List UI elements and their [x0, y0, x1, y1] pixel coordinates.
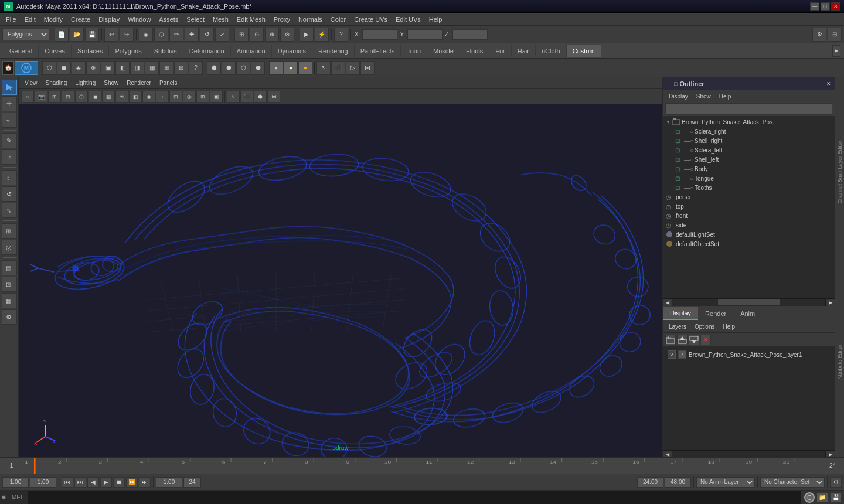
- vp-xray[interactable]: ⊞: [196, 91, 209, 103]
- vp-lighting2[interactable]: ☀: [115, 91, 128, 103]
- outliner-search[interactable]: [665, 103, 832, 115]
- tb-lasso[interactable]: ⬡: [154, 28, 168, 42]
- vp-grid1[interactable]: ⊞: [48, 91, 61, 103]
- ch-scroll-left[interactable]: ◀: [663, 451, 672, 457]
- tab-scroll-right[interactable]: ▶: [832, 45, 840, 57]
- tree-expand-icon[interactable]: ▼: [665, 119, 671, 125]
- tb-redo[interactable]: ↪: [120, 28, 134, 42]
- vp-shaded[interactable]: ◼: [89, 91, 101, 103]
- shelf-btn2[interactable]: ◼: [57, 61, 71, 75]
- vp-isolate[interactable]: ◎: [183, 91, 196, 103]
- shelf-btn14[interactable]: ⬡: [236, 61, 250, 75]
- tab-subdivs[interactable]: Subdivs: [148, 45, 183, 57]
- vp-shadows[interactable]: ◧: [129, 91, 142, 103]
- attribute-editor-tab[interactable]: Attribute Editor: [835, 267, 844, 457]
- y-coord-input[interactable]: [407, 29, 443, 40]
- channel-scrollbar[interactable]: ◀ ▶: [663, 450, 835, 457]
- current-frame-input[interactable]: [30, 477, 56, 488]
- tb-move[interactable]: ✚: [185, 28, 199, 42]
- tab-curves[interactable]: Curves: [39, 45, 72, 57]
- menu-display[interactable]: Display: [95, 15, 123, 24]
- tree-item-defaultlightset[interactable]: defaultLightSet: [663, 230, 835, 239]
- tool-render2[interactable]: ▦: [2, 293, 17, 308]
- layer-item[interactable]: V / Brown_Python_Snake_Attack_Pose_layer…: [665, 349, 832, 360]
- anim-prefs-btn[interactable]: ⚙: [830, 477, 842, 488]
- tb-help[interactable]: ?: [334, 28, 348, 42]
- scroll-left-btn[interactable]: ◀: [663, 299, 672, 306]
- shelf-connect[interactable]: ⋈: [360, 61, 375, 75]
- menu-assets[interactable]: Assets: [155, 15, 182, 24]
- scrollbar-track[interactable]: [672, 299, 825, 305]
- menu-select[interactable]: Select: [183, 15, 208, 24]
- z-coord-input[interactable]: [452, 29, 488, 40]
- shelf-light1[interactable]: ●: [269, 61, 283, 75]
- play-to-end[interactable]: ⏭: [139, 477, 151, 488]
- tree-item-front[interactable]: ◷ front: [663, 211, 835, 220]
- ch-menu-layers[interactable]: Layers: [665, 322, 690, 331]
- tb-snap-point[interactable]: ⊕: [265, 28, 279, 42]
- tb-new[interactable]: 📄: [55, 28, 69, 42]
- tool-uvs[interactable]: ⊡: [2, 277, 17, 292]
- tb-select[interactable]: ◈: [139, 28, 153, 42]
- tool-lasso[interactable]: ⌖: [2, 113, 17, 128]
- menu-mesh[interactable]: Mesh: [209, 15, 232, 24]
- tab-muscle[interactable]: Muscle: [427, 45, 460, 57]
- ch-scroll-track[interactable]: [672, 451, 825, 457]
- tool-settings[interactable]: ⚙: [2, 309, 17, 325]
- vp-grid2[interactable]: ⊟: [62, 91, 74, 103]
- ch-menu-help[interactable]: Help: [719, 322, 738, 331]
- tb-save[interactable]: 💾: [85, 28, 99, 42]
- ch-tab-render[interactable]: Render: [698, 308, 733, 319]
- menu-edit-mesh[interactable]: Edit Mesh: [233, 15, 269, 24]
- tb-render[interactable]: ▶: [300, 28, 314, 42]
- tab-animation[interactable]: Animation: [231, 45, 272, 57]
- tab-polygons[interactable]: Polygons: [109, 45, 148, 57]
- play-forward[interactable]: ▶: [100, 477, 112, 488]
- vp-cam2[interactable]: ⬢: [254, 91, 267, 103]
- tab-rendering[interactable]: Rendering: [312, 45, 355, 57]
- ch-btn-new-layer[interactable]: [665, 335, 676, 345]
- shelf-btn6[interactable]: ◧: [115, 61, 130, 75]
- outliner-float[interactable]: □: [674, 81, 677, 87]
- ch-scroll-right[interactable]: ▶: [825, 451, 835, 457]
- channel-box-tab[interactable]: Channel Box / Layer Editor: [835, 77, 844, 267]
- tb-snap-view[interactable]: ⊗: [280, 28, 294, 42]
- shelf-btn1[interactable]: ⬡: [42, 61, 56, 75]
- shelf-btn13[interactable]: ⬢: [222, 61, 236, 75]
- layer-visible[interactable]: V: [668, 350, 676, 359]
- menu-modify[interactable]: Modify: [40, 15, 66, 24]
- x-coord-input[interactable]: [362, 29, 397, 40]
- minimize-button[interactable]: —: [810, 2, 819, 11]
- play-back[interactable]: ◀: [87, 477, 99, 488]
- tab-ncloth[interactable]: nCloth: [536, 45, 567, 57]
- outliner-minimize[interactable]: —: [666, 81, 672, 87]
- vp-ao[interactable]: ◉: [142, 91, 155, 103]
- ol-menu-show[interactable]: Show: [693, 92, 714, 101]
- menu-edit[interactable]: Edit: [21, 15, 39, 24]
- menu-file[interactable]: File: [2, 15, 20, 24]
- viewport-canvas[interactable]: X Y Z pdraw: [19, 104, 662, 457]
- anim-layer-select[interactable]: No Anim Layer: [696, 477, 755, 488]
- tree-item-side[interactable]: ◷ side: [663, 220, 835, 230]
- shelf-btn12[interactable]: ⬟: [207, 61, 221, 75]
- scrollbar-thumb[interactable]: [718, 299, 779, 305]
- vp-normals2[interactable]: ↑: [156, 91, 169, 103]
- status-save[interactable]: 💾: [830, 492, 842, 503]
- ch-tab-anim[interactable]: Anim: [733, 308, 762, 319]
- tree-item-root[interactable]: ▼ Brown_Python_Snake_Attack_Pos...: [663, 117, 835, 127]
- vp-textured[interactable]: ▦: [102, 91, 115, 103]
- layer-type[interactable]: /: [678, 350, 686, 359]
- tool-layers[interactable]: ▤: [2, 260, 17, 275]
- vp-wireframe[interactable]: ⬡: [75, 91, 88, 103]
- menu-normals[interactable]: Normals: [295, 15, 326, 24]
- timeline-ruler[interactable]: 1 2 3 4 5 6 7 8 9 10 11 12 13 14 15 16 1…: [23, 458, 821, 474]
- tool-translate[interactable]: ↕: [2, 170, 17, 185]
- shelf-btn9[interactable]: ⊞: [159, 61, 173, 75]
- tb-ipr[interactable]: ⚡: [315, 28, 329, 42]
- tab-surfaces[interactable]: Surfaces: [72, 45, 109, 57]
- stop-play[interactable]: ⏹: [113, 477, 125, 488]
- ch-btn-layer-down[interactable]: [689, 335, 699, 345]
- play-to-start[interactable]: ⏮: [62, 477, 73, 488]
- char-set-select[interactable]: No Character Set: [760, 477, 825, 488]
- menu-color[interactable]: Color: [327, 15, 349, 24]
